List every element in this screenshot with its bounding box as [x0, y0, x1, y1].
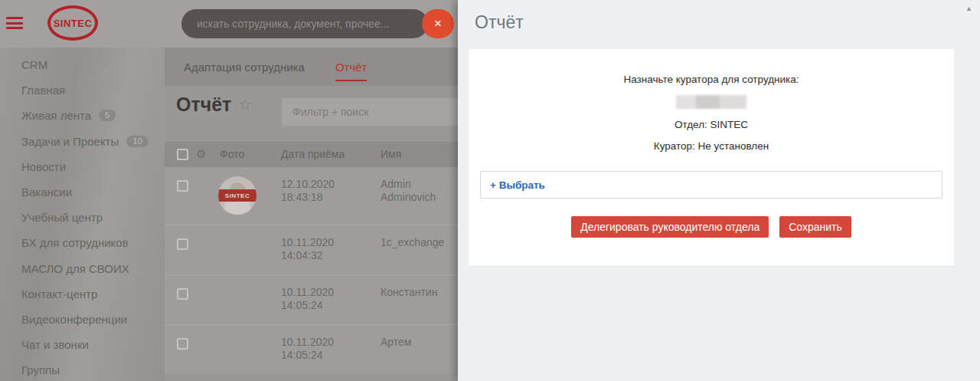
curator-assignment-card: Назначьте куратора для сотрудника: Отдел…	[469, 49, 954, 266]
sidebar-item-main[interactable]: Главная	[0, 77, 165, 103]
hire-date-cell: 10.11.202014:04:32	[281, 236, 334, 262]
sidebar-item-bx-for-employees[interactable]: БХ для сотрудников	[0, 230, 165, 255]
tasks-badge: 10	[126, 136, 148, 147]
name-cell: 1c_exchange	[381, 236, 448, 249]
column-header-date[interactable]: Дата приёма	[281, 148, 345, 160]
action-buttons-row: Делегировать руководителю отдела Сохрани…	[469, 216, 954, 238]
filter-search-input[interactable]	[282, 98, 458, 126]
scroll-up-arrow-icon[interactable]: ▲	[965, 5, 972, 12]
sidebar-item-crm[interactable]: CRM	[0, 52, 165, 77]
live-feed-badge: 5	[99, 110, 116, 121]
table-row[interactable]: 10.11.202014:04:32 1c_exchange	[165, 225, 458, 274]
topbar: SINTEC ×	[0, 0, 458, 48]
name-cell: Артем	[381, 336, 448, 349]
hire-date-cell: 10.11.202014:05:24	[281, 336, 334, 362]
column-header-photo: Фото	[220, 148, 244, 160]
tab-strip: Адаптация сотрудника Отчёт	[165, 48, 458, 86]
sidebar-item-training-center[interactable]: Учебный центр	[0, 205, 165, 230]
name-cell: Константин	[381, 286, 448, 299]
report-slide-panel: Отчёт ▲ Назначьте куратора для сотрудник…	[458, 0, 980, 381]
table-row[interactable]: SINTEC 12.10.202018:43:18 Admin Adminovi…	[165, 167, 458, 225]
sidebar-nav: CRM Главная Живая лента 5 Задачи и Проек…	[0, 48, 165, 381]
page-title: Отчёт	[176, 94, 231, 116]
row-checkbox[interactable]	[177, 288, 188, 300]
report-grid-area: Адаптация сотрудника Отчёт Отчёт ☆ ⚙ Фот…	[165, 48, 458, 381]
employee-name-redacted	[676, 95, 746, 109]
delegate-button[interactable]: Делегировать руководителю отдела	[571, 216, 769, 238]
sidebar-item-vacancies[interactable]: Вакансии	[0, 179, 165, 205]
sidebar-item-groups[interactable]: Группы	[0, 357, 165, 381]
row-checkbox[interactable]	[177, 180, 188, 192]
sintec-logo-text: SINTEC	[54, 18, 93, 29]
table-header: ⚙ Фото Дата приёма Имя	[165, 142, 458, 167]
curator-line: Куратор: Не установлен	[469, 140, 954, 152]
sidebar-item-video-conf[interactable]: Видеоконференции	[0, 307, 165, 332]
save-button[interactable]: Сохранить	[779, 216, 851, 238]
sidebar-item-tasks[interactable]: Задачи и Проекты 10	[0, 129, 165, 154]
name-cell: Admin Adminovich	[381, 178, 448, 204]
close-icon: ×	[434, 16, 442, 31]
tab-employee-adaptation[interactable]: Адаптация сотрудника	[184, 48, 305, 86]
curator-select-box[interactable]: + Выбрать	[480, 171, 942, 199]
employee-avatar: SINTEC	[218, 176, 256, 215]
sidebar-item-live-feed[interactable]: Живая лента 5	[0, 103, 165, 128]
global-search-input[interactable]	[181, 9, 428, 38]
favorite-star-icon[interactable]: ☆	[238, 95, 252, 113]
sidebar-item-maslo[interactable]: МАСЛО для СВОИХ	[0, 256, 165, 281]
tab-report[interactable]: Отчёт	[335, 48, 368, 86]
table-body: SINTEC 12.10.202018:43:18 Admin Adminovi…	[165, 167, 458, 374]
select-all-checkbox[interactable]	[177, 149, 188, 160]
search-close-button[interactable]: ×	[422, 9, 454, 38]
row-checkbox[interactable]	[177, 338, 188, 350]
row-checkbox[interactable]	[177, 238, 188, 250]
sidebar-item-news[interactable]: Новости	[0, 154, 165, 179]
table-row[interactable]: 10.11.202014:05:24 Константин	[165, 274, 458, 324]
department-line: Отдел: SINTEC	[469, 119, 954, 130]
panel-title: Отчёт	[475, 12, 524, 33]
column-header-name[interactable]: Имя	[381, 148, 401, 160]
grid-settings-gear-icon[interactable]: ⚙	[196, 147, 206, 161]
hire-date-cell: 10.11.202014:05:24	[281, 286, 334, 312]
hamburger-menu-icon[interactable]	[6, 17, 23, 31]
sidebar-item-chat-calls[interactable]: Чат и звонки	[0, 332, 165, 357]
hire-date-cell: 12.10.202018:43:18	[281, 178, 335, 204]
sintec-logo: SINTEC	[47, 5, 98, 41]
select-curator-link[interactable]: + Выбрать	[490, 179, 545, 191]
sidebar-item-contact-center[interactable]: Контакт-центр	[0, 281, 165, 307]
table-row[interactable]: 10.11.202014:05:24 Артем	[165, 324, 458, 374]
dimmed-background-page: SINTEC × CRM Главная Живая лента 5 Задач…	[0, 0, 458, 381]
assign-curator-heading: Назначьте куратора для сотрудника:	[469, 74, 954, 85]
